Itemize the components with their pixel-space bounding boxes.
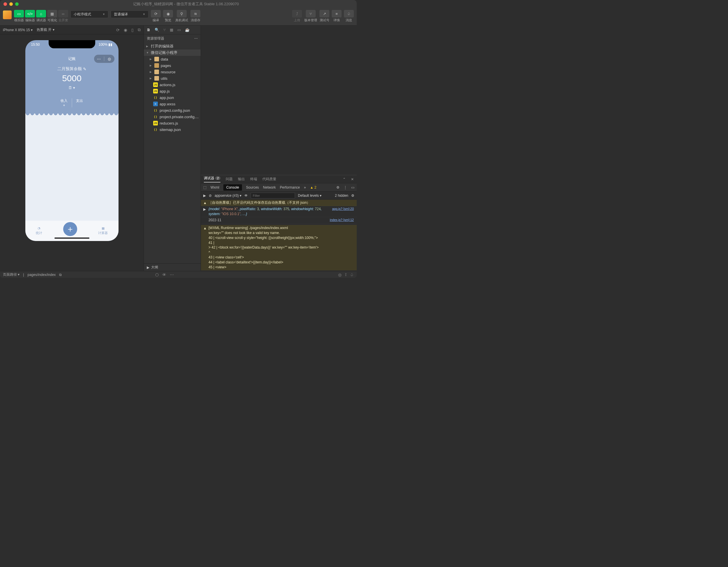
more-icon[interactable]: ⋯: [194, 36, 198, 40]
filter-input[interactable]: [251, 193, 295, 199]
close-app-icon[interactable]: ◎: [104, 57, 114, 61]
gear-icon[interactable]: ⚙: [336, 186, 340, 190]
tab-network[interactable]: Network: [263, 186, 276, 190]
page-path[interactable]: pages/index/index: [27, 273, 56, 277]
visualize-button[interactable]: ▦可视化: [47, 10, 57, 22]
dock-icon[interactable]: ▭: [351, 186, 354, 190]
more-icon[interactable]: ⋯: [170, 273, 174, 277]
device-icon[interactable]: ▯: [131, 28, 134, 32]
hidden-count[interactable]: 2 hidden: [335, 194, 348, 198]
simulator-button[interactable]: ▭模拟器: [14, 10, 24, 22]
tree-file[interactable]: JSreducers.js: [144, 120, 201, 126]
tab-debugger[interactable]: 调试器 2: [204, 176, 220, 183]
close-icon[interactable]: [3, 2, 7, 6]
traffic-lights: [3, 2, 19, 6]
date-dropdown[interactable]: 🗓 ▾: [68, 86, 75, 90]
warning-count[interactable]: ▲ 2: [310, 186, 316, 190]
tab-console[interactable]: Console: [223, 184, 242, 191]
tab-terminal[interactable]: 终端: [250, 177, 257, 182]
phone-statusbar: 15:50 100% ▮▮: [25, 43, 119, 47]
compile-mode-select[interactable]: 普通编译▼: [111, 10, 149, 18]
popout-icon[interactable]: ⧉: [138, 27, 141, 32]
tree-folder-pages[interactable]: ▶pages: [144, 62, 201, 69]
files-icon[interactable]: 🗎: [147, 28, 151, 32]
tab-problems[interactable]: 问题: [226, 177, 233, 182]
edit-icon[interactable]: ✎: [83, 67, 86, 71]
play-icon[interactable]: ▶: [203, 194, 206, 198]
tree-file[interactable]: JSapp.js: [144, 88, 201, 94]
user-avatar[interactable]: [3, 10, 12, 19]
editor-area: 调试器 2 问题 输出 终端 代码质量 ⌃ ✕ ⬚ Wxml Console S…: [201, 26, 357, 271]
upload-button[interactable]: ⤴上传: [292, 10, 302, 22]
editor-button[interactable]: </>编辑器: [25, 10, 35, 22]
more-tabs-icon[interactable]: »: [304, 186, 306, 190]
tree-folder-data[interactable]: ▶data: [144, 56, 201, 62]
refresh-icon[interactable]: ⟳: [116, 28, 120, 32]
version-button[interactable]: ⑂版本管理: [304, 10, 317, 22]
tab-sources[interactable]: Sources: [246, 186, 259, 190]
tab-stats[interactable]: ◔统计: [36, 227, 42, 235]
capsule-menu[interactable]: ⋯ ◎: [94, 55, 114, 63]
debug-icon[interactable]: ▭: [177, 28, 181, 32]
titlebar: 记账小程序_锦鲤源码网 - 微信开发者工具 Stable 1.06.220907…: [0, 0, 357, 8]
eye-icon[interactable]: 👁: [244, 194, 248, 198]
file-tree: ▶打开的编辑器 ▼微信记账小程序 ▶data ▶pages ▶resource …: [144, 43, 201, 264]
device-select[interactable]: iPhone X 85% 15 ▾: [3, 28, 33, 32]
gear-icon[interactable]: ⚙: [351, 194, 354, 198]
target-icon[interactable]: ◎: [338, 273, 342, 277]
tree-file[interactable]: { }project.private.config....: [144, 114, 201, 120]
search-icon[interactable]: 🔍: [155, 28, 159, 32]
tree-file[interactable]: { }sitemap.json: [144, 126, 201, 133]
test-button[interactable]: ↗测试号: [319, 10, 329, 22]
tab-wxml[interactable]: Wxml: [211, 186, 219, 190]
menu-icon[interactable]: ⋯: [94, 57, 104, 61]
kebab-icon[interactable]: ⋮: [344, 186, 347, 190]
tree-file[interactable]: ≡app.wxss: [144, 101, 201, 107]
compile-button[interactable]: ⟳编译: [151, 10, 161, 22]
minimize-icon[interactable]: [9, 2, 13, 6]
hot-reload-toggle[interactable]: 热重载 开 ▾: [37, 27, 54, 32]
copy-icon[interactable]: ⧉: [59, 273, 62, 277]
maximize-icon[interactable]: [15, 2, 19, 6]
messages-button[interactable]: ♤消息: [344, 10, 354, 22]
page-path-label: 页面路径 ▾: [3, 272, 20, 277]
tab-performance[interactable]: Performance: [280, 186, 300, 190]
bug-icon[interactable]: ⬡: [155, 273, 159, 277]
extensions-icon[interactable]: ▦: [170, 28, 173, 32]
levels-select[interactable]: Default levels ▾: [298, 194, 321, 198]
mode-select[interactable]: 小程序模式▼: [70, 10, 108, 18]
tab-calculator[interactable]: ▦计算器: [98, 227, 108, 235]
close-panel-icon[interactable]: ✕: [351, 177, 354, 181]
record-icon[interactable]: ◉: [124, 28, 127, 32]
tab-code-quality[interactable]: 代码质量: [262, 177, 276, 182]
tree-project-root[interactable]: ▼微信记账小程序: [144, 50, 201, 56]
chevron-up-icon[interactable]: ⌃: [343, 177, 346, 181]
outline-section[interactable]: ▶大纲: [144, 264, 201, 271]
clear-cache-button[interactable]: ≋清缓存: [190, 10, 200, 22]
tree-folder-resource[interactable]: ▶resource: [144, 69, 201, 75]
eye-icon[interactable]: 👁: [162, 273, 166, 277]
explorer-icon-bar: 🗎 🔍 ⑂ ▦ ▭ ☕: [144, 26, 201, 34]
cloud-dev-button[interactable]: ∞云开发: [58, 10, 68, 22]
console-output: ▲［自动热重载］已开启代码文件保存后自动热重载（不支持 json） app.js…: [201, 200, 357, 271]
git-icon[interactable]: ⑂: [163, 28, 166, 32]
main-toolbar: ▭模拟器 </>编辑器 ⌂调试器 ▦可视化 ∞云开发 小程序模式▼ 普通编译▼ …: [0, 8, 357, 26]
bell-icon[interactable]: ♤: [350, 273, 354, 277]
pin-icon[interactable]: ⟟: [345, 272, 347, 277]
details-button[interactable]: ≡详情: [332, 10, 342, 22]
tree-file[interactable]: { }project.config.json: [144, 107, 201, 114]
cup-icon[interactable]: ☕: [185, 28, 190, 32]
tree-folder-utils[interactable]: ▶utils: [144, 75, 201, 82]
tree-file[interactable]: JSactions.js: [144, 82, 201, 88]
tree-open-editors[interactable]: ▶打开的编辑器: [144, 43, 201, 50]
remote-debug-button[interactable]: ⚲真机调试: [175, 10, 188, 22]
preview-button[interactable]: ◉预览: [163, 10, 173, 22]
context-select[interactable]: appservice (#3) ▾: [215, 194, 241, 198]
console-prompt[interactable]: ›: [201, 271, 357, 271]
tab-output[interactable]: 输出: [238, 177, 245, 182]
debugger-button[interactable]: ⌂调试器: [36, 10, 46, 22]
tree-file[interactable]: { }app.json: [144, 94, 201, 101]
add-record-button[interactable]: ＋: [63, 222, 77, 236]
clear-icon[interactable]: ⊘: [209, 194, 212, 198]
inspect-icon[interactable]: ⬚: [203, 186, 206, 190]
